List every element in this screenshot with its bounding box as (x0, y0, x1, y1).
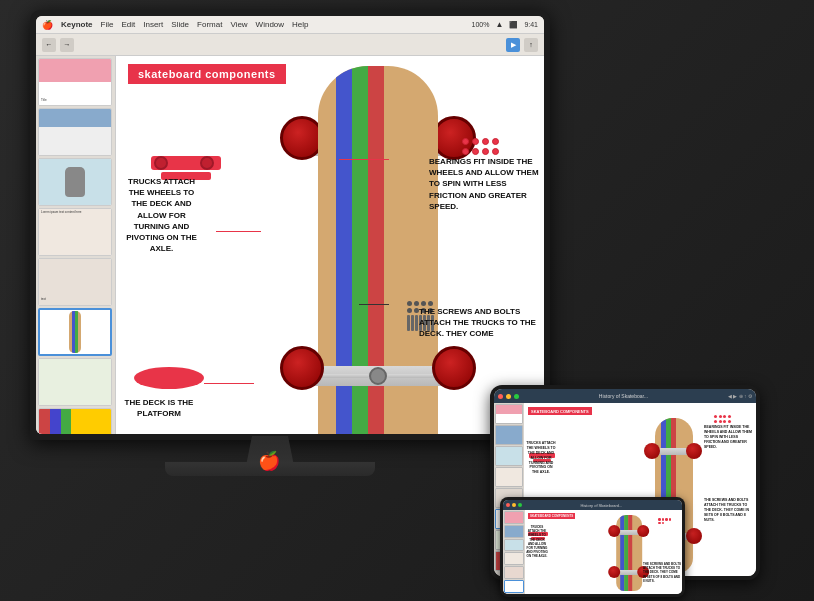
iphone-dot-5 (658, 522, 661, 525)
bearing-dots-row1 (462, 138, 499, 145)
screw-line-3 (415, 315, 418, 331)
ipad-dot-4 (728, 415, 731, 418)
iphone-bezel: History of Skateboard... SKATEBOARD COMP… (500, 497, 685, 597)
slide-thumb-7[interactable] (38, 358, 112, 406)
iphone-dot-1 (658, 518, 661, 521)
iphone-thumb-4[interactable] (504, 552, 524, 565)
screw-line-1 (407, 315, 410, 331)
slide-thumb-3[interactable] (38, 158, 112, 206)
menu-bar-right: 100% ▲ ⬛ 9:41 (472, 20, 538, 29)
main-slide-area: skateboard components (116, 56, 544, 434)
iphone-screws-text: THE SCREWS AND BOLTS ATTACH THE TRUCKS T… (643, 562, 681, 583)
thumb-8-inner (39, 409, 111, 434)
view-menu[interactable]: View (230, 20, 247, 29)
insert-menu[interactable]: Insert (143, 20, 163, 29)
ipad-min-dot[interactable] (506, 394, 511, 399)
apple-logo-stand: 🍎 (258, 450, 280, 472)
slide-thumb-5[interactable]: text (38, 258, 112, 306)
ipad-thumb-2[interactable] (495, 425, 523, 445)
thumb-6-inner (40, 310, 110, 354)
thumb-7-inner (39, 359, 111, 405)
iphone-thumb-6[interactable] (504, 580, 524, 593)
iphone-title: History of Skateboard... (524, 503, 679, 508)
iphone-stripe-red (628, 515, 632, 591)
zoom-level: 100% (472, 21, 490, 28)
ipad-dot-5 (714, 420, 717, 423)
thumb-3-shape (65, 167, 85, 197)
iphone-sidebar (503, 510, 525, 594)
slide-thumb-1[interactable]: Title (38, 58, 112, 106)
ipad-close-dot[interactable] (498, 394, 503, 399)
ipad-thumb-3[interactable] (495, 446, 523, 466)
slide-thumb-8[interactable] (38, 408, 112, 434)
iphone-thumb-5[interactable] (504, 566, 524, 579)
bearings-annotation: BEARINGS FIT INSIDE THE WHEELS AND ALLOW… (429, 156, 539, 212)
truck-connector-line (216, 231, 261, 232)
iphone-content: SKATEBOARD COMPONENTS (503, 510, 682, 594)
iphone-toolbar: History of Skateboard... (503, 500, 682, 510)
ipad-thumb-4[interactable] (495, 467, 523, 487)
iphone-dot-4 (669, 518, 672, 521)
bearing-dot-7 (482, 148, 489, 155)
play-button[interactable]: ▶ (506, 38, 520, 52)
apple-menu[interactable]: 🍎 (42, 20, 53, 30)
clock: 9:41 (524, 21, 538, 28)
trucks-annotation: TRUCKS ATTACH THE WHEELS TO THE DECK AND… (124, 176, 199, 254)
screw-dot-5 (407, 308, 412, 313)
file-menu[interactable]: File (101, 20, 114, 29)
ipad-controls: ◀ ▶ ⊕ ↑ ⚙ (728, 393, 752, 399)
iphone-dot-3 (665, 518, 668, 521)
slide-thumb-6[interactable] (38, 308, 112, 356)
iphone-wheel-bl (608, 566, 620, 578)
app-content: Title (36, 56, 544, 434)
screw-connector-line (359, 304, 389, 305)
help-menu[interactable]: Help (292, 20, 308, 29)
ipad-dot-1 (714, 415, 717, 418)
ipad-wheel-br (686, 528, 702, 544)
thumb-5-inner: text (39, 259, 111, 305)
ipad-thumb-1[interactable] (495, 404, 523, 424)
edit-menu[interactable]: Edit (121, 20, 135, 29)
iphone-dot-close[interactable] (506, 503, 510, 507)
bearing-dot-4 (492, 138, 499, 145)
format-menu[interactable]: Format (197, 20, 222, 29)
slide-menu[interactable]: Slide (171, 20, 189, 29)
wheel-bottom-left (280, 346, 324, 390)
iphone-dot-2 (662, 518, 665, 521)
iphone-thumb-2[interactable] (504, 525, 524, 538)
ipad-dot-8 (728, 420, 731, 423)
share-button[interactable]: ↑ (524, 38, 538, 52)
deck-connector-line (204, 383, 254, 384)
iphone-wheel-tl (608, 525, 620, 537)
ipad-screws-text: THE SCREWS AND BOLTS ATTACH THE TRUCKS T… (704, 498, 754, 522)
ipad-bearings-text: BEARINGS FIT INSIDE THE WHEELS AND ALLOW… (704, 425, 754, 449)
bearing-dot-5 (462, 148, 469, 155)
slide-content: skateboard components (116, 56, 544, 434)
bearing-dot-8 (492, 148, 499, 155)
iphone-bearing-dots (658, 518, 672, 524)
iphone: History of Skateboard... SKATEBOARD COMP… (500, 497, 685, 597)
ipad-toolbar: History of Skateboar... ◀ ▶ ⊕ ↑ ⚙ (494, 389, 756, 403)
keynote-menu[interactable]: Keynote (61, 20, 93, 29)
thumb-5-text: text (41, 298, 109, 302)
thumb-2-inner (39, 109, 111, 155)
back-button[interactable]: ← (42, 38, 56, 52)
ipad-dot-6 (719, 420, 722, 423)
deck-annotation: THE DECK IS THE PLATFORM (124, 397, 194, 419)
truck-wheel-left (156, 159, 170, 167)
iphone-thumb-3[interactable] (504, 539, 524, 552)
bearing-dot-2 (472, 138, 479, 145)
slide-thumb-4[interactable]: Lorem ipsum text content here (38, 208, 112, 256)
forward-button[interactable]: → (60, 38, 74, 52)
thumb-6-stripe-green (75, 311, 78, 353)
slide-thumb-2[interactable] (38, 108, 112, 156)
ipad-dot-7 (723, 420, 726, 423)
thumb-4-text: Lorem ipsum text content here (41, 211, 109, 215)
bearing-dot-6 (472, 148, 479, 155)
iphone-dot-min[interactable] (512, 503, 516, 507)
window-menu[interactable]: Window (256, 20, 284, 29)
deck-oval (134, 367, 204, 389)
iphone-dot-max[interactable] (518, 503, 522, 507)
ipad-max-dot[interactable] (514, 394, 519, 399)
iphone-thumb-1[interactable] (504, 511, 524, 524)
